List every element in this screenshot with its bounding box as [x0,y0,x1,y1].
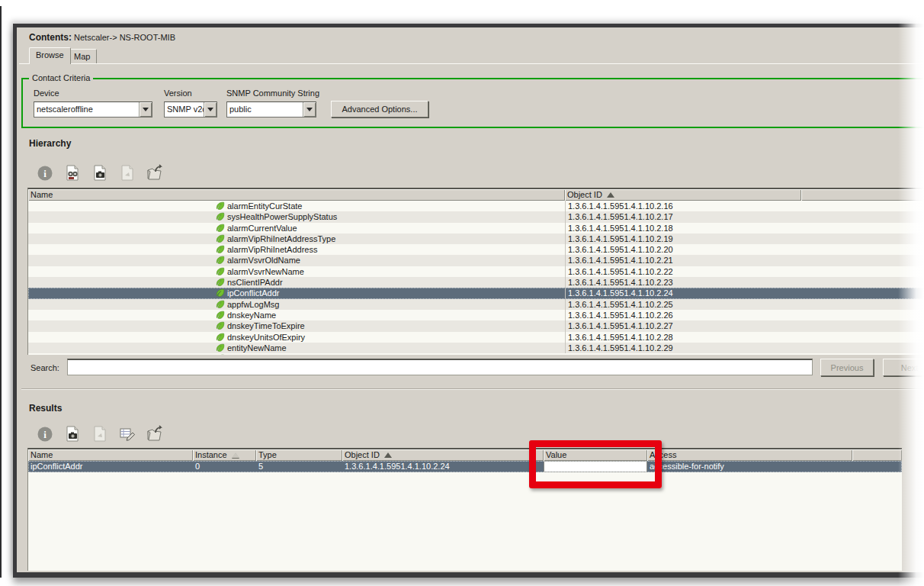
table-row[interactable]: entityNewName1.3.6.1.4.1.5951.4.1.10.2.2… [28,343,924,353]
version-label: Version [164,89,192,98]
device-combobox[interactable]: netscaleroffline [34,101,152,118]
document-toolbar-button[interactable] [90,423,110,443]
column-header-filler [852,449,902,461]
row-name-cell: dnskeyName [28,310,565,320]
record-icon [63,175,82,184]
column-header-object-id[interactable]: Object ID [565,189,801,201]
row-name-label: ipConflictAddr [227,288,279,298]
community-value: public [227,102,303,117]
row-name-cell: nsClientIPAddr [28,277,565,288]
table-row[interactable]: dnskeyTimeToExpire1.3.6.1.4.1.5951.4.1.1… [28,320,924,331]
export-toolbar-button[interactable] [145,163,165,182]
row-name-cell: sysHealthPowerSupplyStatus [28,211,565,222]
results-name-cell: ipConflictAddr [28,461,193,472]
version-combobox[interactable]: SNMP v2c [164,101,217,118]
row-name-cell: ipConflictAddr [28,288,565,298]
capture-toolbar-button[interactable] [90,163,110,182]
export-toolbar-button[interactable] [145,423,165,443]
leaf-icon [216,267,225,276]
table-row[interactable]: sysHealthPowerSupplyStatus1.3.6.1.4.1.59… [28,211,924,222]
leaf-icon [216,256,225,265]
column-header-object-id[interactable]: Object ID [342,449,544,461]
column-header-name[interactable]: Name [28,449,193,461]
row-name-label: alarmEntityCurState [227,201,302,211]
advanced-options-button[interactable]: Advanced Options... [331,101,428,118]
column-header-type[interactable]: Type [256,449,342,461]
hierarchy-toolbar: i [35,163,218,184]
table-row[interactable]: dnskeyUnitsOfExpiry1.3.6.1.4.1.5951.4.1.… [28,332,924,343]
leaf-icon [216,224,225,233]
row-name-cell: alarmCurrentValue [28,223,565,233]
row-name-cell: alarmEntityCurState [28,201,565,211]
column-header-label: Type [258,450,277,459]
info-icon: i [35,175,55,184]
tab-map[interactable]: Map [67,49,97,63]
contact-criteria-group: Contact Criteria Device Version SNMP Com… [21,78,924,128]
leaf-icon [216,212,225,221]
hierarchy-table-body: alarmEntityCurState1.3.6.1.4.1.5951.4.1.… [28,201,924,355]
column-header-access[interactable]: Access [647,449,852,461]
row-name-cell: dnskeyTimeToExpire [28,320,565,331]
table-row[interactable]: alarmCurrentValue1.3.6.1.4.1.5951.4.1.10… [28,223,924,233]
edit-toolbar-button[interactable] [117,423,137,443]
row-name-cell [28,353,565,355]
row-name-label: dnskeyUnitsOfExpiry [227,333,305,342]
contents-value: Netscaler-> NS-ROOT-MIB [74,33,175,42]
leaf-icon [216,278,225,287]
version-value: SNMP v2c [165,102,204,117]
column-header-instance[interactable]: Instance [193,449,256,461]
row-name-label: dnskeyTimeToExpire [227,321,305,330]
row-oid-cell: 1.3.6.1.4.1.5951.4.1.10.2.22 [565,266,801,277]
column-header-label: Object ID [345,450,380,459]
leaf-icon [216,354,225,355]
tab-browse[interactable]: Browse [29,47,71,64]
image-left-edge [0,6,2,578]
row-name-label: alarmCurrentValue [227,224,297,233]
results-row[interactable]: ipConflictAddr051.3.6.1.4.1.5951.4.1.10.… [28,461,902,472]
table-row[interactable]: dnskeyName1.3.6.1.4.1.5951.4.1.10.2.26 [28,310,924,320]
table-row[interactable]: nsClientIPAddr1.3.6.1.4.1.5951.4.1.10.2.… [28,277,924,288]
document-toolbar-button[interactable] [117,163,137,182]
capture-toolbar-button[interactable] [63,423,82,443]
sort-asc-icon [384,452,392,458]
device-label: Device [34,89,59,98]
annotation-highlight-box [529,440,662,488]
column-header-label: Name [30,450,53,459]
row-name-label: alarmVsvrOldName [227,256,300,265]
export-icon [145,175,165,184]
record-toolbar-button[interactable] [63,163,82,182]
hierarchy-table: Name Object ID alarmEntityCurState1.3.6.… [27,188,924,355]
table-row[interactable]: alarmVsvrOldName1.3.6.1.4.1.5951.4.1.10.… [28,255,924,266]
row-name-label: appfwLogMsg [227,300,280,309]
row-oid-cell: 1.3.6.1.4.1.5951.4.1.10.2.25 [565,299,801,310]
previous-button[interactable]: Previous [820,359,874,376]
leaf-icon [216,311,225,320]
row-name-cell: alarmVsvrOldName [28,255,565,266]
column-header-name[interactable]: Name [28,189,565,201]
table-row[interactable]: appfwLogMsg1.3.6.1.4.1.5951.4.1.10.2.25 [28,299,924,310]
chevron-down-icon [207,108,213,114]
row-name-cell: appfwLogMsg [28,299,565,310]
row-oid-cell: 1.3.6.1.4.1.5951.4.1.10.2.16 [565,201,801,211]
search-input[interactable] [67,359,813,375]
table-row[interactable]: alarmVipRhiInetAddress1.3.6.1.4.1.5951.4… [28,244,924,255]
svg-text:i: i [43,168,47,179]
table-row[interactable]: alarmVipRhiInetAddressType1.3.6.1.4.1.59… [28,233,924,244]
table-row[interactable]: alarmVsvrNewName1.3.6.1.4.1.5951.4.1.10.… [28,266,924,277]
info-toolbar-button[interactable]: i [35,423,55,443]
device-dropdown-button[interactable] [139,102,152,117]
row-oid-cell: 1.3.6.1.4.1.5951.4.1.10.2.18 [565,223,801,233]
row-name-label: alarmVipRhiInetAddressType [227,234,335,243]
table-row[interactable]: ipConflictAddr1.3.6.1.4.1.5951.4.1.10.2.… [28,288,924,298]
info-toolbar-button[interactable]: i [35,163,55,182]
results-table: NameInstanceTypeObject IDValueAccess ipC… [27,448,902,571]
community-combobox[interactable]: public [226,101,316,118]
row-oid-cell: 1.3.6.1.4.1.5951.4.1.10.2.29 [565,343,801,353]
community-dropdown-button[interactable] [303,102,316,117]
row-oid-cell: 1.3.6.1.4.1.5951.4.1.10.2.27 [565,320,801,331]
table-row[interactable]: alarmEntityCurState1.3.6.1.4.1.5951.4.1.… [28,201,924,211]
export-icon [145,436,165,445]
row-name-label: alarmVipRhiInetAddress [227,245,317,254]
version-dropdown-button[interactable] [204,102,217,117]
row-name-cell: alarmVsvrNewName [28,266,565,277]
